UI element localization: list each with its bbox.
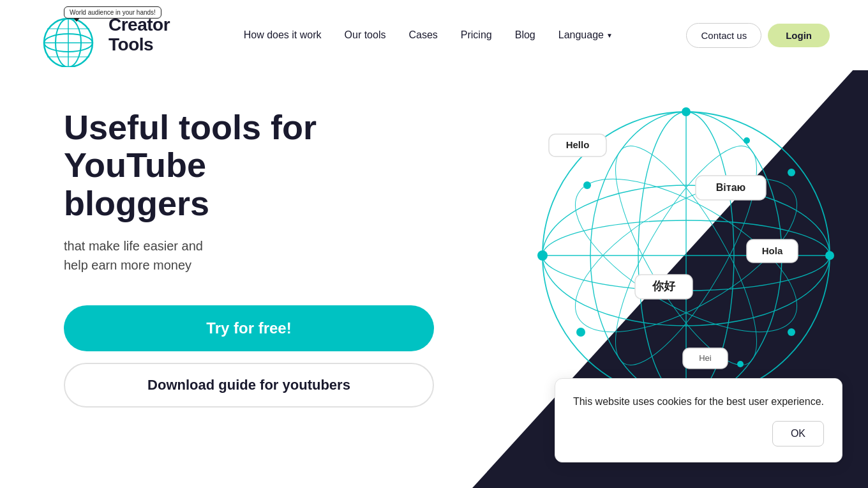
cookie-text: This website uses cookies for the best u… [573,394,824,409]
hero-subtitle: that make life easier andhelp earn more … [64,236,357,275]
svg-text:Hello: Hello [566,139,590,150]
svg-point-26 [744,137,750,144]
logo-globe: World audience in your hands! [38,3,102,67]
svg-point-18 [682,107,691,116]
chevron-down-icon: ▼ [606,32,613,39]
nav-cases[interactable]: Cases [408,29,437,41]
site-header: World audience in your hands! Creator To… [0,0,868,70]
svg-point-25 [788,328,795,336]
hero-content: Useful tools for YouTube bloggers that m… [0,70,357,446]
nav-how-it-works[interactable]: How does it work [244,29,322,41]
svg-point-23 [583,181,591,189]
try-for-free-button[interactable]: Try for free! [64,305,434,351]
download-guide-button[interactable]: Download guide for youtubers [64,363,434,408]
svg-text:你好: 你好 [652,280,676,293]
svg-text:Hola: Hola [762,245,783,256]
nav-blog[interactable]: Blog [515,29,535,41]
svg-point-27 [737,361,744,367]
svg-point-20 [537,250,548,261]
logo-name2: Tools [108,35,170,55]
logo-link[interactable]: World audience in your hands! Creator To… [38,3,170,67]
svg-text:Вітаю: Вітаю [716,182,746,193]
login-button[interactable]: Login [768,24,830,47]
hero-section: Useful tools for YouTube bloggers that m… [0,70,868,488]
nav-our-tools[interactable]: Our tools [345,29,386,41]
cookie-banner: This website uses cookies for the best u… [555,378,842,462]
svg-point-19 [825,251,834,260]
svg-point-22 [788,169,795,176]
logo-bubble: World audience in your hands! [64,6,161,19]
header-actions: Contact us Login [686,23,830,48]
svg-point-24 [576,328,585,337]
hero-title: Useful tools for YouTube bloggers [64,109,357,222]
logo-text: Creator Tools [108,15,170,55]
contact-us-button[interactable]: Contact us [686,23,761,48]
main-nav: How does it work Our tools Cases Pricing… [244,29,613,41]
svg-text:Hei: Hei [699,353,712,363]
cookie-ok-button[interactable]: OK [772,421,824,446]
language-selector[interactable]: Language ▼ [558,29,613,41]
nav-pricing[interactable]: Pricing [461,29,492,41]
language-label: Language [558,29,604,41]
